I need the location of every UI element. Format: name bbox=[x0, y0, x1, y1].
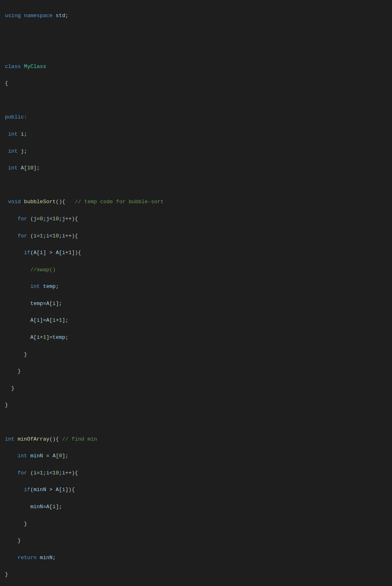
code-line: int minOfArray(){ // find min bbox=[5, 435, 387, 444]
code-line: if(A[i] > A[i+1]){ bbox=[5, 249, 387, 257]
code-line: if(minN > A[i]){ bbox=[5, 486, 387, 494]
code-editor[interactable]: using namespace std; class MyClass { pub… bbox=[0, 0, 392, 586]
code-line bbox=[5, 97, 387, 105]
code-line: int minN = A[0]; bbox=[5, 452, 387, 461]
code-line: { bbox=[5, 79, 387, 88]
code-line bbox=[5, 46, 387, 54]
code-line: for (i=1;i<10;i++){ bbox=[5, 469, 387, 478]
code-line: class MyClass bbox=[5, 63, 387, 71]
code-line: } bbox=[5, 537, 387, 545]
code-line: using namespace std; bbox=[5, 12, 387, 20]
code-line: } bbox=[5, 520, 387, 529]
code-line: } bbox=[5, 351, 387, 359]
code-line bbox=[5, 29, 387, 37]
code-line: } bbox=[5, 367, 387, 376]
code-line: minN=A[i]; bbox=[5, 503, 387, 511]
code-line: } bbox=[5, 384, 387, 393]
code-line: temp=A[i]; bbox=[5, 300, 387, 308]
code-line bbox=[5, 181, 387, 190]
code-line: int temp; bbox=[5, 283, 387, 291]
code-line: void bubbleSort(){ // temp code for bubb… bbox=[5, 198, 387, 206]
code-line: int j; bbox=[5, 147, 387, 156]
code-line: return minN; bbox=[5, 554, 387, 562]
code-line: for (i=1;i<10;i++){ bbox=[5, 232, 387, 241]
code-line: for (j=0;j<10;j++){ bbox=[5, 215, 387, 224]
code-line: //swap() bbox=[5, 266, 387, 274]
code-line bbox=[5, 418, 387, 427]
code-line: public: bbox=[5, 113, 387, 122]
code-line: A[i]=A[i+1]; bbox=[5, 316, 387, 325]
code-line: int A[10]; bbox=[5, 164, 387, 173]
code-line: } bbox=[5, 571, 387, 579]
code-line: int i; bbox=[5, 130, 387, 139]
code-line: } bbox=[5, 401, 387, 410]
code-line: A[i+1]=temp; bbox=[5, 334, 387, 342]
